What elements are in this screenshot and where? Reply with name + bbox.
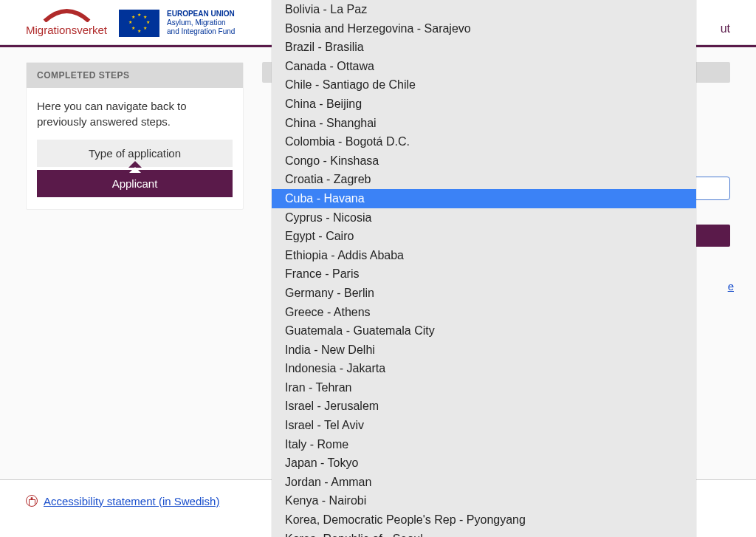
step-applicant[interactable]: Applicant bbox=[37, 170, 233, 197]
completed-steps-panel: COMPLETED STEPS Here you can navigate ba… bbox=[26, 62, 244, 210]
sidebar-description: Here you can navigate back to previously… bbox=[37, 98, 233, 129]
dropdown-option[interactable]: Cyprus - Nicosia bbox=[272, 208, 696, 228]
dropdown-option[interactable]: Chile - Santiago de Chile bbox=[272, 75, 696, 95]
dropdown-option[interactable]: India - New Delhi bbox=[272, 341, 696, 360]
accessibility-text: Accessibility statement (in Swedish) bbox=[44, 495, 219, 507]
dropdown-option[interactable]: France - Paris bbox=[272, 264, 696, 284]
dropdown-option[interactable]: Israel - Jerusalem bbox=[272, 397, 696, 416]
embassy-dropdown-list[interactable]: Bolivia - La PazBosnia and Herzegovina -… bbox=[272, 0, 696, 537]
dropdown-option[interactable]: Indonesia - Jakarta bbox=[272, 359, 696, 378]
dropdown-option[interactable]: Brazil - Brasilia bbox=[272, 38, 696, 57]
step-label: Applicant bbox=[112, 177, 158, 190]
sidebar-header: COMPLETED STEPS bbox=[27, 63, 243, 88]
eu-title: EUROPEAN UNION bbox=[167, 10, 235, 18]
accessibility-link[interactable]: Accessibility statement (in Swedish) bbox=[26, 495, 219, 507]
step-label: Type of application bbox=[89, 147, 181, 160]
eu-funding-block: ★ ★ ★ ★ ★ ★ ★ ★ EUROPEAN UNION Asylum, M… bbox=[119, 10, 235, 37]
arc-icon bbox=[39, 7, 94, 22]
eu-sub1: Asylum, Migration bbox=[167, 18, 235, 27]
dropdown-option[interactable]: Bosnia and Herzegovina - Sarajevo bbox=[272, 19, 696, 38]
dropdown-option[interactable]: Israel - Tel Aviv bbox=[272, 416, 696, 435]
dropdown-option[interactable]: Germany - Berlin bbox=[272, 284, 696, 303]
dropdown-option[interactable]: Jordan - Amman bbox=[272, 473, 696, 492]
dropdown-option[interactable]: Ethiopia - Addis Ababa bbox=[272, 246, 696, 265]
dropdown-option[interactable]: Japan - Tokyo bbox=[272, 454, 696, 473]
dropdown-option[interactable]: Colombia - Bogotá D.C. bbox=[272, 132, 696, 151]
eu-sub2: and Integration Fund bbox=[167, 27, 235, 36]
dropdown-option[interactable]: China - Shanghai bbox=[272, 114, 696, 133]
brand-text: Migrationsverket bbox=[26, 24, 107, 36]
dropdown-option[interactable]: Greece - Athens bbox=[272, 303, 696, 322]
dropdown-option[interactable]: Cuba - Havana bbox=[272, 189, 696, 208]
dropdown-option[interactable]: Italy - Rome bbox=[272, 435, 696, 454]
step-type-of-application[interactable]: Type of application bbox=[37, 140, 233, 167]
dropdown-option[interactable]: Congo - Kinshasa bbox=[272, 151, 696, 171]
accessibility-icon bbox=[26, 495, 38, 507]
eu-flag-icon: ★ ★ ★ ★ ★ ★ ★ ★ bbox=[119, 10, 159, 37]
partially-hidden-link[interactable]: e bbox=[728, 280, 734, 293]
header-right-fragment[interactable]: ut bbox=[721, 22, 730, 35]
sidebar-body: Here you can navigate back to previously… bbox=[27, 88, 243, 209]
dropdown-option[interactable]: China - Beijing bbox=[272, 95, 696, 114]
dropdown-option[interactable]: Korea, Republic of - Seoul bbox=[272, 530, 696, 537]
dropdown-option[interactable]: Guatemala - Guatemala City bbox=[272, 321, 696, 341]
dropdown-option[interactable]: Canada - Ottawa bbox=[272, 57, 696, 76]
dropdown-option[interactable]: Iran - Tehran bbox=[272, 378, 696, 397]
migrationsverket-logo[interactable]: Migrationsverket bbox=[26, 7, 107, 36]
dropdown-option[interactable]: Croatia - Zagreb bbox=[272, 170, 696, 189]
eu-text: EUROPEAN UNION Asylum, Migration and Int… bbox=[167, 10, 235, 36]
dropdown-option[interactable]: Bolivia - La Paz bbox=[272, 0, 696, 19]
logo-area: Migrationsverket ★ ★ ★ ★ ★ ★ ★ ★ EUROPEA… bbox=[26, 7, 235, 37]
dropdown-option[interactable]: Kenya - Nairobi bbox=[272, 491, 696, 510]
dropdown-option[interactable]: Egypt - Cairo bbox=[272, 227, 696, 246]
dropdown-option[interactable]: Korea, Democratic People's Rep - Pyongya… bbox=[272, 510, 696, 530]
